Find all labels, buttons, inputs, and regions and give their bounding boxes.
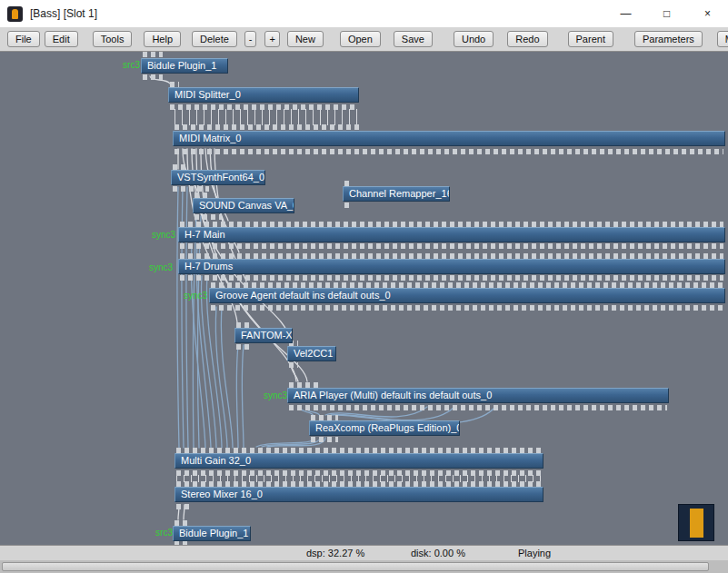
module-label: Stereo Mixer 16_0	[181, 489, 263, 499]
port-row[interactable]	[236, 344, 249, 350]
sync-tag: sync3	[260, 390, 287, 400]
toolbar-button-media[interactable]: Media	[717, 31, 728, 47]
window-title: [Bass] [Slot 1]	[30, 7, 97, 20]
module-label: Groove Agent default ins default outs_0	[215, 290, 391, 301]
module-bidule-plugin-bottom[interactable]: Bidule Plugin_1	[173, 526, 251, 541]
module-label: Vel2CC1	[294, 348, 333, 359]
port-row[interactable]	[194, 214, 222, 220]
sync-tag: src3	[145, 528, 173, 538]
close-button[interactable]: ×	[687, 0, 728, 27]
module-label: Multi Gain 32_0	[181, 455, 251, 466]
horizontal-scrollbar[interactable]	[0, 560, 728, 573]
toolbar-button-parameters[interactable]: Parameters	[634, 31, 703, 47]
module-vel2cc1[interactable]: Vel2CC1	[287, 346, 336, 361]
cable-bundle	[175, 109, 360, 125]
module-multi-gain[interactable]: Multi Gain 32_0	[175, 453, 544, 469]
module-stereo-mixer[interactable]: Stereo Mixer 16_0	[175, 487, 544, 502]
port-row[interactable]	[143, 74, 163, 80]
port-row[interactable]	[176, 504, 193, 509]
toolbar-button-edit[interactable]: Edit	[45, 31, 78, 47]
module-label: FANTOM-X	[241, 330, 293, 341]
module-aria-player[interactable]: ARIA Player (Multi) default ins default …	[287, 388, 669, 403]
port-row[interactable]	[176, 470, 542, 476]
sync-tag: sync3	[148, 230, 175, 240]
toolbar-button-file[interactable]: File	[7, 31, 40, 47]
plus-button[interactable]: +	[264, 31, 279, 47]
minimap-panel[interactable]	[678, 504, 714, 541]
port-row[interactable]	[289, 362, 298, 368]
port-row[interactable]	[170, 104, 357, 110]
port-row[interactable]	[289, 405, 667, 410]
minimize-button[interactable]: —	[605, 0, 646, 27]
disk-usage: disk: 0.00 %	[411, 548, 465, 558]
module-h7-main[interactable]: H-7 Main	[178, 227, 725, 242]
dsp-usage: dsp: 32.27 %	[306, 548, 364, 558]
port-row[interactable]	[344, 203, 350, 208]
toolbar-button-redo[interactable]: Redo	[507, 31, 547, 47]
port-row[interactable]	[175, 124, 360, 130]
module-label: Bidule Plugin_1	[179, 528, 248, 538]
scrollbar-thumb[interactable]	[2, 562, 709, 571]
minus-button[interactable]: -	[244, 31, 257, 47]
module-label: MIDI Splitter_0	[175, 89, 241, 100]
app-icon	[7, 6, 23, 22]
module-label: ARIA Player (Multi) default ins default …	[294, 390, 492, 400]
port-row[interactable]	[311, 437, 338, 442]
port-row[interactable]	[211, 305, 723, 311]
module-label: SOUND Canvas VA_0	[199, 200, 294, 211]
module-vstsynthfont64[interactable]: VSTSynthFont64_0	[171, 170, 265, 185]
toolbar-button-delete[interactable]: Delete	[192, 31, 237, 47]
toolbar-button-new[interactable]: New	[287, 31, 324, 47]
module-bidule-plugin-top[interactable]: Bidule Plugin_1	[141, 58, 228, 74]
toolbar-button-open[interactable]: Open	[340, 31, 381, 47]
app-window: [Bass] [Slot 1] — □ × File Edit Tools He…	[0, 0, 728, 573]
module-groove-agent[interactable]: Groove Agent default ins default outs_0	[209, 288, 725, 303]
toolbar-button-help[interactable]: Help	[144, 31, 181, 47]
module-label: Bidule Plugin_1	[147, 60, 216, 71]
toolbar-button-parent[interactable]: Parent	[568, 31, 613, 47]
status-bar: dsp: 32.27 % disk: 0.00 % Playing	[0, 545, 728, 561]
toolbar-button-undo[interactable]: Undo	[454, 31, 494, 47]
toolbar-button-tools[interactable]: Tools	[93, 31, 133, 47]
module-label: H-7 Main	[184, 229, 225, 240]
toolbar: File Edit Tools Help Delete - + New Open…	[0, 27, 728, 52]
sync-tag: src3	[113, 60, 140, 70]
module-label: MIDI Matrix_0	[179, 133, 241, 143]
module-reaxcomp[interactable]: ReaXcomp (ReaPlugs Edition)_0	[309, 420, 460, 436]
port-row[interactable]	[180, 275, 723, 281]
module-label: ReaXcomp (ReaPlugs Edition)_0	[315, 422, 460, 433]
module-midi-matrix[interactable]: MIDI Matrix_0	[173, 131, 725, 146]
module-label: VSTSynthFont64_0	[177, 172, 264, 183]
module-fantom-x[interactable]: FANTOM-X	[234, 328, 293, 343]
toolbar-button-save[interactable]: Save	[394, 31, 433, 47]
module-midi-splitter[interactable]: MIDI Splitter_0	[168, 87, 359, 103]
level-meter	[690, 509, 703, 538]
module-h7-drums[interactable]: H-7 Drums	[178, 259, 725, 274]
transport-status: Playing	[518, 548, 551, 558]
module-label: H-7 Drums	[184, 261, 233, 272]
sync-tag: sync3	[180, 291, 207, 301]
module-sound-canvas-va[interactable]: SOUND Canvas VA_0	[193, 198, 294, 213]
port-row[interactable]	[180, 243, 723, 249]
module-label: Channel Remapper_16	[349, 188, 450, 199]
window-controls: — □ ×	[605, 0, 728, 27]
sync-tag: sync3	[145, 262, 173, 272]
port-row[interactable]	[173, 186, 209, 192]
port-row[interactable]	[143, 52, 163, 57]
port-row[interactable]	[175, 149, 723, 154]
maximize-button[interactable]: □	[646, 0, 687, 27]
titlebar[interactable]: [Bass] [Slot 1] — □ ×	[0, 0, 728, 28]
module-channel-remapper[interactable]: Channel Remapper_16	[343, 186, 450, 202]
